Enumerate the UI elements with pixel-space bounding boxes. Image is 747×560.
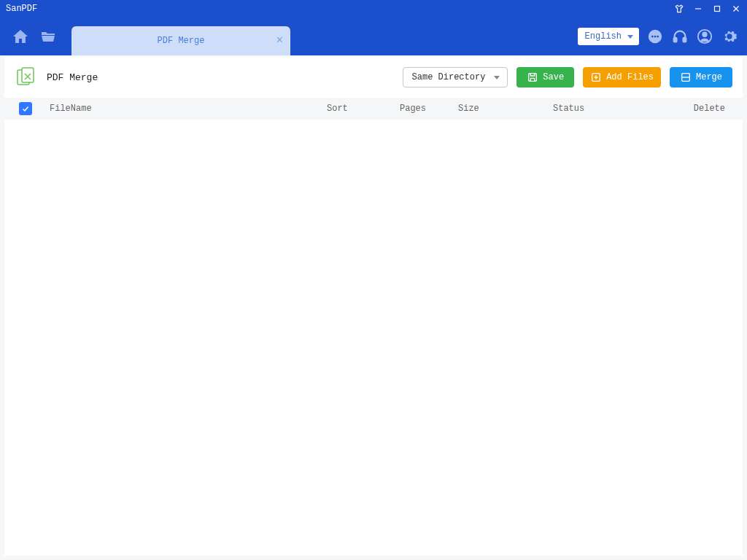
tab-pdf-merge[interactable]: PDF Merge × <box>71 26 290 55</box>
gear-icon[interactable] <box>721 28 738 45</box>
pdf-merge-icon <box>15 66 38 89</box>
close-button[interactable] <box>729 2 743 15</box>
merge-button[interactable]: Merge <box>670 67 732 88</box>
save-button[interactable]: Save <box>516 67 574 88</box>
nav-icons <box>12 28 57 45</box>
check-icon <box>21 104 30 113</box>
save-icon <box>527 71 538 83</box>
chat-icon[interactable] <box>646 28 664 45</box>
svg-point-11 <box>703 33 707 37</box>
svg-point-7 <box>657 36 659 38</box>
table-body <box>4 120 743 556</box>
th-filename: FileName <box>47 104 324 114</box>
home-icon[interactable] <box>12 28 29 45</box>
title-bar: SanPDF <box>0 0 747 18</box>
svg-rect-13 <box>22 68 34 82</box>
select-all-checkbox[interactable] <box>19 102 32 115</box>
svg-rect-14 <box>529 74 537 82</box>
tab-close-icon[interactable]: × <box>276 35 283 47</box>
add-files-label: Add Files <box>606 72 654 82</box>
window-controls <box>673 2 743 15</box>
maximize-button[interactable] <box>711 2 724 15</box>
save-label: Save <box>543 72 564 82</box>
language-select[interactable]: English <box>578 28 639 45</box>
app-title: SanPDF <box>6 4 37 14</box>
table-header: FileName Sort Pages Size Status Delete <box>4 98 743 120</box>
headphones-icon[interactable] <box>671 28 689 45</box>
toolbar-title: PDF Merge <box>15 66 98 89</box>
folder-icon[interactable] <box>39 28 57 45</box>
th-pages: Pages <box>397 104 455 114</box>
panel: PDF Merge Same Directory Save Add Files … <box>4 57 743 556</box>
merge-icon <box>680 71 692 83</box>
language-selected: English <box>585 31 622 42</box>
th-status: Status <box>550 104 645 114</box>
directory-select[interactable]: Same Directory <box>403 67 508 88</box>
header: PDF Merge × English <box>0 18 747 55</box>
svg-point-6 <box>654 36 657 38</box>
toolbar-title-text: PDF Merge <box>47 72 98 83</box>
content: PDF Merge Same Directory Save Add Files … <box>0 55 747 560</box>
th-sort: Sort <box>324 104 397 114</box>
add-files-button[interactable]: Add Files <box>583 67 661 88</box>
tabs: PDF Merge × <box>71 18 290 55</box>
tab-label: PDF Merge <box>158 36 205 46</box>
th-delete: Delete <box>645 104 728 114</box>
add-icon <box>590 71 602 83</box>
directory-selected: Same Directory <box>412 72 486 82</box>
shirt-icon[interactable] <box>673 2 686 15</box>
svg-rect-9 <box>684 38 686 42</box>
header-right: English <box>578 28 738 45</box>
minimize-button[interactable] <box>692 2 705 15</box>
user-icon[interactable] <box>696 28 713 45</box>
svg-point-5 <box>651 36 654 38</box>
toolbar: PDF Merge Same Directory Save Add Files … <box>4 57 743 98</box>
th-size: Size <box>455 104 550 114</box>
svg-rect-8 <box>674 38 677 42</box>
merge-label: Merge <box>696 72 722 82</box>
svg-rect-1 <box>715 7 720 12</box>
